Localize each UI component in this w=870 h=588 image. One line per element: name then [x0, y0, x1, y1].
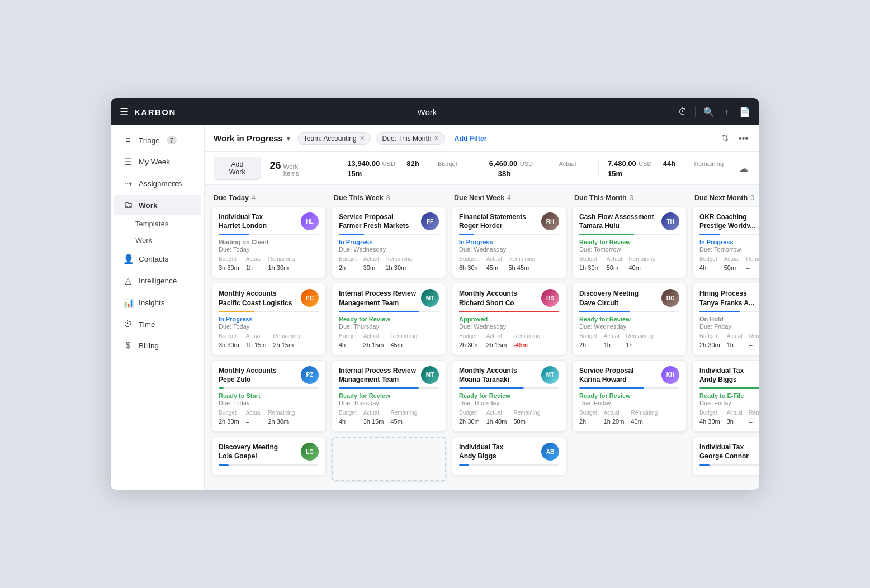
- work-card-title: Monthly AccountsPepe Zulo: [219, 366, 297, 384]
- kanban-col-due-today: Due Today 4Individual TaxHarriet LondonH…: [211, 192, 326, 476]
- budget-value-actual: 1h: [727, 342, 734, 348]
- time-icon: ⏱: [123, 319, 133, 329]
- topnav: ☰ KARBON Work ⏱ 🔍 ＋ 📄: [111, 98, 759, 125]
- work-card[interactable]: OKR CoachingPrestige Worldv...PWIn Progr…: [692, 206, 759, 278]
- sidebar: ≡ Triage 7 ☰ My Week ⇢ Assignments 🗂 Wor…: [111, 125, 205, 490]
- budget-label-budget: Budget: [699, 410, 720, 416]
- work-card[interactable]: Monthly AccountsMoana TaranakiMTReady fo…: [452, 360, 566, 432]
- timer-icon[interactable]: ⏱: [678, 107, 687, 117]
- sidebar-sub-templates[interactable]: Templates: [111, 216, 204, 232]
- work-card[interactable]: Discovery MeetingDave CircuitDCReady for…: [572, 283, 687, 355]
- more-icon[interactable]: •••: [736, 131, 750, 146]
- progress-bar-container: [219, 464, 319, 466]
- progress-bar-container: [699, 464, 759, 466]
- work-card-avatar: PZ: [301, 366, 319, 384]
- document-icon[interactable]: 📄: [739, 107, 750, 117]
- sidebar-item-assignments[interactable]: ⇢ Assignments: [114, 173, 201, 194]
- remaining-currency: USD: [639, 160, 651, 167]
- search-icon[interactable]: 🔍: [703, 107, 715, 117]
- filter-team-label: Team: Accounting: [304, 135, 357, 143]
- budget-item-actual: Actual1h: [246, 256, 262, 272]
- budget-value-remaining: 2h 15m: [273, 342, 294, 348]
- budget-item-actual: Actual1h 15m: [246, 333, 267, 349]
- work-card[interactable]: Monthly AccountsRichard Short CoRSApprov…: [452, 283, 566, 355]
- sidebar-item-time[interactable]: ⏱ Time: [114, 314, 201, 334]
- kanban-cards-due-next-month: OKR CoachingPrestige Worldv...PWIn Progr…: [692, 206, 759, 476]
- work-card[interactable]: Individual TaxAndy BiggsAB: [452, 437, 566, 475]
- budget-item-remaining: Remaining-45m: [513, 333, 540, 349]
- add-filter-button[interactable]: Add Filter: [451, 133, 490, 144]
- sidebar-label-myweek: My Week: [139, 158, 170, 166]
- kanban-cards-due-today: Individual TaxHarriet LondonHLWaiting on…: [211, 206, 326, 476]
- progress-bar-container: [579, 387, 679, 389]
- budget-item-budget: Budget2h 30m: [219, 410, 239, 426]
- sidebar-item-myweek[interactable]: ☰ My Week: [114, 151, 201, 172]
- work-card[interactable]: Financial StatementsRoger HorderRHIn Pro…: [452, 206, 566, 278]
- work-card[interactable]: Individual TaxHarriet LondonHLWaiting on…: [211, 206, 326, 278]
- work-card[interactable]: Discovery MeetingLola GoepelLG: [211, 437, 326, 475]
- budget-label-actual: Actual: [607, 256, 622, 262]
- work-card[interactable]: Service ProposalFarmer Fresh MarketsFFIn…: [332, 206, 446, 278]
- work-card[interactable]: Cash Flow AssessmentTamara HuluTHReady f…: [572, 206, 687, 278]
- filter-due[interactable]: Due: This Month ✕: [376, 132, 446, 145]
- sort-icon[interactable]: ⇅: [719, 131, 731, 146]
- work-card-due: Due: Today: [219, 400, 319, 406]
- work-card-budget-row: Budget3h 30mActual1h 15mRemaining2h 15m: [219, 333, 319, 349]
- work-card[interactable]: Monthly AccountsPepe ZuloPZReady to Star…: [211, 360, 326, 432]
- work-card[interactable]: Service ProposalKarina HowardKHReady for…: [572, 360, 687, 432]
- budget-value-actual: 3h: [727, 418, 734, 425]
- work-card-title: Cash Flow AssessmentTamara Hulu: [579, 212, 658, 230]
- progress-bar-container: [459, 234, 559, 235]
- filter-team-close[interactable]: ✕: [360, 135, 365, 142]
- work-card[interactable]: Monthly AccountsPacific Coast LogisticsP…: [211, 283, 326, 355]
- progress-bar-fill: [699, 311, 740, 312]
- add-work-button[interactable]: Add Work: [214, 157, 261, 180]
- sidebar-item-insights[interactable]: 📊 Insights: [114, 292, 201, 313]
- sidebar-sub-work[interactable]: Work: [111, 232, 204, 248]
- budget-item-remaining: Remaining–: [746, 256, 760, 272]
- triage-badge: 7: [167, 136, 177, 144]
- stat-budget: 13,940.00 USD 82h 15m Budget: [347, 158, 457, 178]
- sidebar-item-triage[interactable]: ≡ Triage 7: [114, 130, 201, 150]
- budget-item-budget: Budget4h 30m: [699, 410, 720, 426]
- sidebar-label-contacts: Contacts: [139, 255, 168, 263]
- work-card-top: Individual TaxHarriet LondonHL: [219, 212, 319, 230]
- hamburger-icon[interactable]: ☰: [120, 106, 129, 118]
- kanban-cards-due-this-month: Cash Flow AssessmentTamara HuluTHReady f…: [572, 206, 687, 432]
- work-card-dashed[interactable]: [332, 437, 446, 481]
- budget-label-budget: Budget: [219, 333, 239, 339]
- filter-due-close[interactable]: ✕: [434, 135, 439, 142]
- budget-item-actual: Actual–: [246, 410, 262, 426]
- budget-item-remaining: Remaining2h 15m: [273, 333, 300, 349]
- work-card-title: Monthly AccountsMoana Taranaki: [459, 366, 538, 384]
- work-card-status: In Progress: [699, 239, 759, 245]
- work-card[interactable]: Internal Process ReviewManagement TeamMT…: [332, 283, 446, 355]
- filter-team[interactable]: Team: Accounting ✕: [297, 132, 371, 145]
- sidebar-item-work[interactable]: 🗂 Work: [114, 195, 201, 215]
- budget-label-actual: Actual: [486, 333, 507, 339]
- budget-value-remaining: 45m: [390, 418, 402, 425]
- work-card[interactable]: Individual TaxGeorge ConnorGC: [692, 437, 759, 475]
- sidebar-item-contacts[interactable]: 👤 Contacts: [114, 249, 201, 269]
- budget-label-remaining: Remaining: [513, 410, 540, 416]
- add-icon[interactable]: ＋: [722, 106, 731, 118]
- toolbar-title[interactable]: Work in Progress ▼: [214, 134, 292, 143]
- sidebar-item-billing[interactable]: $ Billing: [114, 335, 201, 355]
- work-card-avatar: HL: [301, 212, 319, 230]
- col-header-due-today: Due Today 4: [211, 192, 326, 206]
- work-card[interactable]: Internal Process ReviewManagement TeamMT…: [332, 360, 446, 432]
- progress-bar-fill: [339, 387, 419, 389]
- budget-label-remaining: Remaining: [268, 410, 295, 416]
- stat-divider-3: [598, 160, 599, 176]
- progress-bar-fill: [339, 234, 364, 235]
- sidebar-item-intelligence[interactable]: △ Intelligence: [114, 271, 201, 291]
- filter-due-label: Due: This Month: [382, 135, 432, 143]
- triage-icon: ≡: [123, 135, 133, 145]
- work-card[interactable]: Hiring ProcessTanya Franks A...TFOn Hold…: [692, 283, 759, 355]
- budget-label-remaining: Remaining: [273, 333, 300, 339]
- work-card[interactable]: Individual TaxAndy BiggsABReady to E-Fil…: [692, 360, 759, 432]
- budget-item-remaining: Remaining–: [749, 410, 760, 426]
- cloud-icon[interactable]: ☁: [737, 161, 750, 176]
- work-card-budget-row: Budget2hActual1h 20mRemaining40m: [579, 410, 679, 426]
- work-card-due: Due: Wednesday: [459, 323, 559, 330]
